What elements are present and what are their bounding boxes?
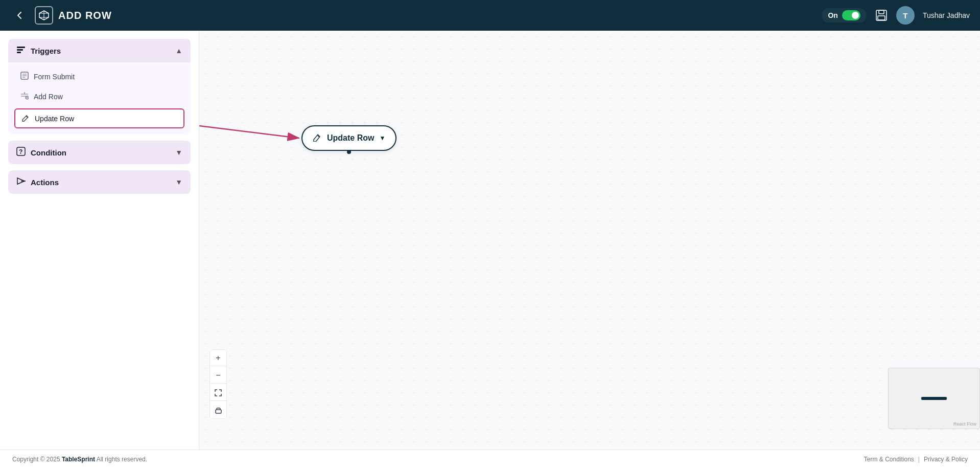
triggers-title: Triggers — [16, 45, 61, 56]
add-row-label: Add Row — [34, 93, 63, 101]
fit-view-button[interactable] — [210, 385, 226, 401]
zoom-out-button[interactable]: − — [210, 367, 226, 384]
add-row-icon — [20, 92, 29, 101]
flow-node-chevron: ▼ — [379, 135, 385, 142]
update-row-icon — [21, 114, 30, 123]
canvas-area[interactable]: Update Row ▼ + − — [199, 31, 980, 450]
flow-node-inner: Update Row — [313, 132, 374, 144]
triggers-section: Triggers ▲ Form Submit — [8, 39, 191, 135]
footer-divider: | — [918, 456, 920, 463]
mini-map: React Flow — [888, 368, 980, 429]
sidebar-item-update-row[interactable]: Update Row — [14, 108, 184, 128]
update-row-label: Update Row — [35, 115, 74, 123]
toggle-container[interactable]: On — [822, 8, 866, 23]
form-submit-icon — [20, 72, 29, 81]
svg-rect-26 — [216, 410, 221, 413]
svg-line-25 — [199, 126, 299, 138]
flow-node-edit-icon — [313, 132, 322, 144]
flow-node-update-row[interactable]: Update Row ▼ — [301, 125, 396, 151]
header-right: On T Tushar Jadhav — [822, 6, 970, 25]
svg-rect-6 — [878, 16, 885, 20]
footer-copyright: Copyright © 2025 TableSprint All rights … — [12, 456, 147, 463]
logo-icon — [35, 6, 53, 25]
zoom-in-button[interactable]: + — [210, 350, 226, 366]
footer: Copyright © 2025 TableSprint All rights … — [0, 450, 980, 468]
actions-title: Actions — [16, 176, 59, 188]
header-logo: ADD ROW — [35, 6, 112, 25]
toggle-label: On — [828, 11, 837, 19]
flow-node-label: Update Row — [327, 133, 374, 143]
condition-title: ? Condition — [16, 147, 66, 158]
condition-icon: ? — [16, 147, 26, 158]
sidebar-item-form-submit[interactable]: Form Submit — [8, 66, 191, 86]
page-title: ADD ROW — [58, 10, 112, 21]
actions-icon — [16, 176, 26, 188]
avatar: T — [896, 6, 915, 25]
zoom-controls: + − — [209, 349, 227, 419]
condition-header[interactable]: ? Condition ▼ — [8, 141, 191, 164]
sidebar: Triggers ▲ Form Submit — [0, 31, 199, 450]
svg-rect-9 — [17, 52, 21, 53]
sidebar-item-add-row[interactable]: Add Row — [8, 86, 191, 106]
header: ADD ROW On T Tushar Jadhav — [0, 0, 980, 31]
triggers-header[interactable]: Triggers ▲ — [8, 39, 191, 62]
triggers-items: Form Submit Add Row — [8, 62, 191, 135]
condition-chevron: ▼ — [175, 148, 182, 157]
form-submit-label: Form Submit — [34, 73, 75, 81]
back-button[interactable] — [10, 8, 29, 23]
canvas-arrow — [199, 31, 980, 450]
toggle-switch[interactable] — [842, 10, 860, 20]
mini-map-node-indicator — [921, 397, 947, 400]
privacy-link[interactable]: Privacy & Policy — [924, 456, 968, 463]
footer-links: Term & Conditions | Privacy & Policy — [864, 456, 968, 463]
user-name: Tushar Jadhav — [923, 11, 970, 19]
svg-text:?: ? — [19, 148, 22, 155]
flow-node-connector-dot — [347, 150, 351, 154]
mini-map-label: React Flow — [953, 421, 976, 427]
triggers-chevron: ▲ — [175, 47, 182, 55]
actions-chevron: ▼ — [175, 178, 182, 186]
triggers-icon — [16, 45, 26, 56]
actions-section: Actions ▼ — [8, 170, 191, 194]
save-button[interactable] — [875, 9, 888, 22]
svg-rect-8 — [17, 49, 23, 51]
condition-section: ? Condition ▼ — [8, 141, 191, 164]
svg-rect-7 — [17, 47, 25, 48]
lock-button[interactable] — [210, 402, 226, 418]
terms-link[interactable]: Term & Conditions — [864, 456, 914, 463]
svg-rect-5 — [879, 10, 884, 14]
actions-header[interactable]: Actions ▼ — [8, 170, 191, 194]
main-content: Triggers ▲ Form Submit — [0, 31, 980, 450]
